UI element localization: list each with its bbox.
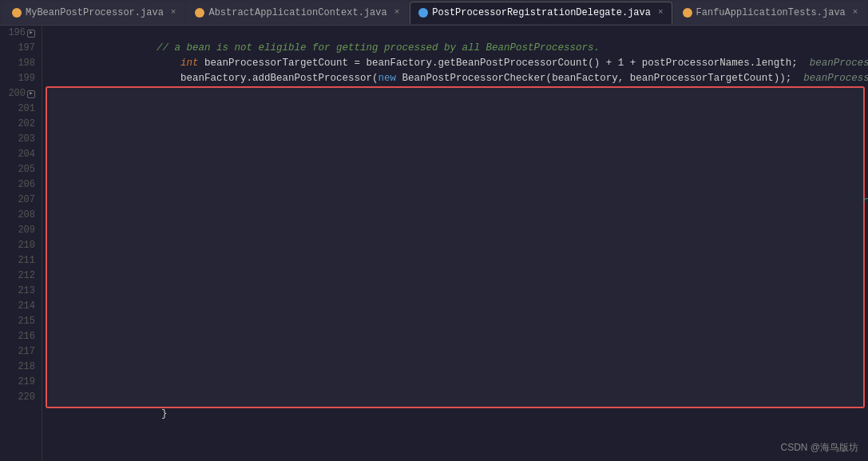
ln-207: 207 (13, 193, 35, 208)
gutter-200: 200 ▸ (3, 86, 35, 101)
code-line-196: // a bean is not eligible for getting pr… (42, 26, 868, 41)
code-line-203: List<BeanPostProcessor> internalPostProc… (47, 133, 863, 149)
code-line-217: else { (47, 346, 863, 361)
code-line-202: List<BeanPostProcessor> priorityOrderedP… (47, 118, 863, 133)
ln-218: 218 (13, 360, 35, 375)
gutter-198: 198 (3, 56, 35, 71)
line-number-gutter: 196 ▸ 197 198 199 200 ▸ (0, 26, 42, 461)
code-line-214: else if (beanFactory.isTypeMatch(ppName,… (47, 300, 863, 316)
tab-close-abstractapplicationcontext[interactable]: × (394, 8, 400, 17)
editor-root: MyBeanPostProcessor.java × AbstractAppli… (0, 0, 868, 461)
ln-201: 201 (13, 101, 35, 117)
tab-icon-postprocessorregistrationdelegate (418, 8, 428, 18)
code-lines-top: // a bean is not eligible for getting pr… (42, 26, 868, 86)
ln-200: 200 (3, 86, 26, 101)
gutter-204: 204 (3, 147, 35, 162)
ln-212: 212 (13, 268, 35, 284)
code-line-199 (42, 71, 868, 86)
code-line-215: orderedPostProcessorNames.add(ppName); o… (47, 316, 863, 331)
tab-close-fanfuapplicationtests[interactable]: × (853, 8, 858, 17)
gutter-212: 212 (3, 268, 35, 284)
watermark: CSDN @海鸟版坊 (780, 441, 858, 455)
tab-bar: MyBeanPostProcessor.java × AbstractAppli… (0, 0, 868, 26)
ln-199: 199 (13, 71, 35, 86)
code-line-213: } (47, 285, 863, 300)
ln-216: 216 (13, 329, 35, 344)
ln-219: 219 (13, 375, 35, 390)
tab-close-mybeanpostprocessor[interactable]: × (171, 8, 176, 17)
gutter-215: 215 (3, 314, 35, 329)
tab-icon-abstractapplicationcontext (195, 8, 204, 18)
ln-213: 213 (13, 284, 35, 299)
code-line-218: nonOrderedPostProcessorNames.add(ppName)… (47, 361, 863, 376)
code-line-219: } (47, 376, 863, 391)
tab-label-fanfuapplicationtests: FanfuApplicationTests.java (696, 7, 846, 18)
gutter-213: 213 (3, 284, 35, 299)
code-line-208: BeanPostProcessor pp = beanFactory.getBe… (47, 209, 863, 225)
ln-217: 217 (13, 344, 35, 360)
fold-200[interactable]: ▸ (27, 90, 35, 98)
gutter-199: 199 (3, 71, 35, 86)
ln-203: 203 (13, 132, 35, 147)
code-line-206: for (String ppName : postProcessorNames)… (47, 179, 863, 194)
code-line-210: if (pp instanceof MergedBeanDefinitionPo… (47, 240, 863, 255)
gutter-205: 205 (3, 162, 35, 177)
gutter-219: 219 (3, 375, 35, 390)
tab-label-postprocessorregistrationdelegate: PostProcessorRegistrationDelegate.java (432, 7, 651, 18)
code-line-197: int beanProcessorTargetCount = beanFacto… (42, 41, 868, 56)
gutter-209: 209 (3, 223, 35, 238)
code-line-209: priorityOrderedPostProcessors.add(pp); (47, 225, 863, 240)
code-line-212: } (47, 270, 863, 285)
tab-label-mybeanpostprocessor: MyBeanPostProcessor.java (26, 7, 164, 18)
gutter-lines: 196 ▸ 197 198 199 200 ▸ (3, 26, 35, 405)
code-line-198: beanFactory.addBeanPostProcessor(new Bea… (42, 56, 868, 71)
tab-fanfuapplicationtests[interactable]: FanfuApplicationTests.java × (674, 2, 867, 24)
code-line-204: List<String> orderedPostProcessorNames =… (47, 149, 863, 164)
gutter-197: 197 (3, 41, 35, 56)
code-line-205: List<String> nonOrderedPostProcessorName… (47, 164, 863, 179)
code-line-200: // Separate between BeanPostProcessors t… (47, 88, 863, 103)
gutter-220: 220 (3, 390, 35, 405)
ln-210: 210 (13, 238, 35, 253)
tab-icon-mybeanpostprocessor (12, 8, 22, 18)
tab-mybeanpostprocessor[interactable]: MyBeanPostProcessor.java × (3, 2, 184, 24)
gutter-214: 214 (3, 299, 35, 314)
gutter-216: 216 (3, 329, 35, 344)
gutter-217: 217 (3, 344, 35, 360)
gutter-202: 202 (3, 117, 35, 132)
ln-197: 197 (13, 41, 35, 56)
code-line-201: // Ordered, and the rest. (47, 103, 863, 118)
gutter-196: 196 ▸ (3, 26, 35, 41)
editor-area: 196 ▸ 197 198 199 200 ▸ (0, 26, 868, 461)
gutter-201: 201 (3, 101, 35, 117)
gutter-207: 207 (3, 193, 35, 208)
gutter-203: 203 (3, 132, 35, 147)
tab-icon-fanfuapplicationtests (683, 8, 692, 18)
tab-label-abstractapplicationcontext: AbstractApplicationContext.java (208, 7, 386, 18)
tab-abstractapplicationcontext[interactable]: AbstractApplicationContext.java × (186, 2, 408, 24)
ln-211: 211 (13, 253, 35, 268)
gutter-218: 218 (3, 360, 35, 375)
fold-196[interactable]: ▸ (27, 30, 35, 38)
ln-206: 206 (13, 177, 35, 193)
ln-220: 220 (13, 390, 35, 405)
gutter-208: 208 (3, 208, 35, 223)
ln-205: 205 (13, 162, 35, 177)
code-line-207: if (beanFactory.isTypeMatch(ppName, Prio… (47, 194, 863, 209)
ln-202: 202 (13, 117, 35, 132)
ln-208: 208 (13, 208, 35, 223)
tab-close-postprocessorregistrationdelegate[interactable]: × (658, 8, 664, 17)
ln-209: 209 (13, 223, 35, 238)
ln-204: 204 (13, 147, 35, 162)
ln-214: 214 (13, 299, 35, 314)
code-area: // a bean is not eligible for getting pr… (42, 26, 868, 461)
highlighted-code-block: // Separate between BeanPostProcessors t… (46, 86, 865, 408)
gutter-206: 206 (3, 177, 35, 193)
code-line-220: } (47, 391, 863, 407)
gutter-210: 210 (3, 238, 35, 253)
tab-postprocessorregistrationdelegate[interactable]: PostProcessorRegistrationDelegate.java × (410, 2, 672, 24)
code-line-216: } (47, 331, 863, 346)
code-line-211: internalPostProcessors.add(pp); internal… (47, 255, 863, 270)
ln-198: 198 (13, 56, 35, 71)
gutter-211: 211 (3, 253, 35, 268)
